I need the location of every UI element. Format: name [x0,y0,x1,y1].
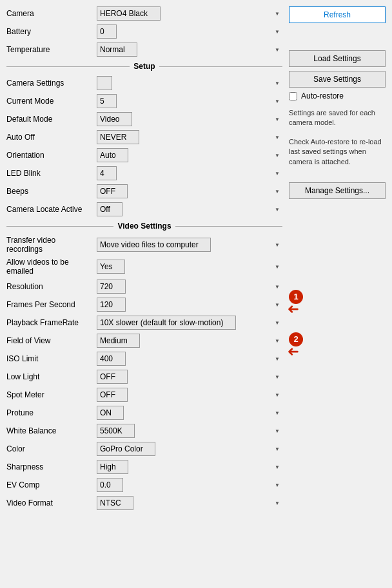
current-mode-row: Current Mode 5 [6,94,282,108]
default-mode-select-wrapper: Video [97,112,282,126]
playback-label: Playback FrameRate [6,318,97,327]
auto-restore-row: Auto-restore [289,91,386,100]
led-blink-select[interactable]: 4 [97,166,117,180]
camera-label: Camera [6,9,97,18]
fov-label: Field of View [6,336,97,345]
transfer-select[interactable]: Move video files to computer [97,238,211,252]
battery-row: Battery 0 [6,24,282,39]
color-select[interactable]: GoPro Color [97,442,155,456]
fps-select[interactable]: 120 [97,298,126,312]
spot-meter-select[interactable]: OFF [97,388,128,402]
annotation-arrow-1: ➜ [288,301,299,318]
transfer-row: Transfer video recordings Move video fil… [6,236,282,254]
resolution-row: Resolution 720 [6,280,282,294]
battery-select[interactable]: 0 [97,24,117,39]
auto-off-select-wrapper: NEVER [97,130,282,144]
color-label: Color [6,444,97,453]
camera-locate-label: Camera Locate Active [6,205,97,214]
refresh-button[interactable]: Refresh [289,6,386,23]
white-balance-label: White Balance [6,426,97,435]
spot-meter-label: Spot Meter [6,390,97,399]
orientation-select-wrapper: Auto [97,148,282,162]
default-mode-row: Default Mode Video [6,112,282,126]
video-format-select[interactable]: NTSC [97,496,133,510]
sharpness-row: Sharpness High [6,460,282,474]
fov-select[interactable]: Medium [97,334,140,348]
auto-off-label: Auto Off [6,133,97,142]
video-format-label: Video Format [6,498,97,507]
current-mode-select[interactable]: 5 [97,94,117,108]
orientation-row: Orientation Auto [6,148,282,162]
sharpness-label: Sharpness [6,462,97,471]
temperature-select-wrapper: Normal [97,43,282,57]
video-format-row: Video Format NTSC [6,496,282,510]
setup-divider-line [6,66,130,67]
sharpness-select[interactable]: High [97,460,128,474]
low-light-row: Low Light OFF [6,370,282,384]
annotation-arrow-2: ➜ [288,343,299,360]
setup-divider-line-right [159,66,282,67]
iso-select[interactable]: 400 [97,352,126,366]
protune-select[interactable]: ON [97,406,124,420]
fps-select-wrapper: 120 [97,298,282,312]
temperature-select[interactable]: Normal [97,43,137,57]
current-mode-label: Current Mode [6,97,97,106]
resolution-select-wrapper: 720 [97,280,282,294]
iso-label: ISO Limit [6,354,97,363]
load-settings-button[interactable]: Load Settings [289,50,386,67]
auto-off-select[interactable]: NEVER [97,130,139,144]
camera-settings-select-wrapper [97,76,282,90]
default-mode-label: Default Mode [6,115,97,124]
auto-restore-label: Auto-restore [301,91,344,100]
orientation-label: Orientation [6,151,97,160]
color-select-wrapper: GoPro Color [97,442,282,456]
camera-select[interactable]: HERO4 Black [97,6,161,21]
manage-settings-button[interactable]: Manage Settings... [289,182,386,199]
ev-comp-label: EV Comp [6,480,97,489]
playback-select[interactable]: 10X slower (default for slow-motion) [97,316,236,330]
camera-settings-select[interactable] [97,76,112,90]
allow-email-select[interactable]: Yes [97,260,125,274]
allow-email-row: Allow videos to be emailed Yes [6,258,282,276]
video-divider-line [6,226,113,227]
video-section-label: Video Settings [113,222,175,231]
sharpness-select-wrapper: High [97,460,282,474]
orientation-select[interactable]: Auto [97,148,128,162]
right-panel: Refresh Load Settings Save Settings Auto… [289,6,386,514]
low-light-label: Low Light [6,372,97,381]
ev-comp-select-wrapper: 0.0 [97,478,282,492]
led-blink-label: LED Blink [6,169,97,178]
info-text-1: Settings are saved for each camera model… [289,108,386,128]
iso-row: ISO Limit 400 [6,352,282,366]
allow-email-label: Allow videos to be emailed [6,258,97,276]
fps-label: Frames Per Second [6,300,97,309]
resolution-select[interactable]: 720 [97,280,126,294]
fov-row: Field of View Medium [6,334,282,348]
temperature-row: Temperature Normal [6,43,282,57]
temperature-label: Temperature [6,45,97,54]
setup-divider: Setup [6,62,282,71]
white-balance-select[interactable]: 5500K [97,424,135,438]
battery-select-wrapper: 0 [97,24,282,39]
beeps-row: Beeps OFF [6,184,282,198]
low-light-select-wrapper: OFF [97,370,282,384]
white-balance-select-wrapper: 5500K [97,424,282,438]
protune-row: Protune ON [6,406,282,420]
camera-locate-select-wrapper: Off [97,202,282,216]
protune-label: Protune [6,408,97,417]
auto-restore-checkbox[interactable] [289,92,297,100]
camera-locate-select[interactable]: Off [97,202,122,216]
color-row: Color GoPro Color [6,442,282,456]
beeps-select[interactable]: OFF [97,184,128,198]
info-text-2: Check Auto-restore to re-load last saved… [289,137,386,167]
white-balance-row: White Balance 5500K [6,424,282,438]
save-settings-button[interactable]: Save Settings [289,71,386,88]
low-light-select[interactable]: OFF [97,370,128,384]
led-blink-select-wrapper: 4 [97,166,282,180]
led-blink-row: LED Blink 4 [6,166,282,180]
default-mode-select[interactable]: Video [97,112,132,126]
iso-select-wrapper: 400 [97,352,282,366]
transfer-select-wrapper: Move video files to computer [97,238,282,252]
beeps-label: Beeps [6,187,97,196]
ev-comp-select[interactable]: 0.0 [97,478,123,492]
